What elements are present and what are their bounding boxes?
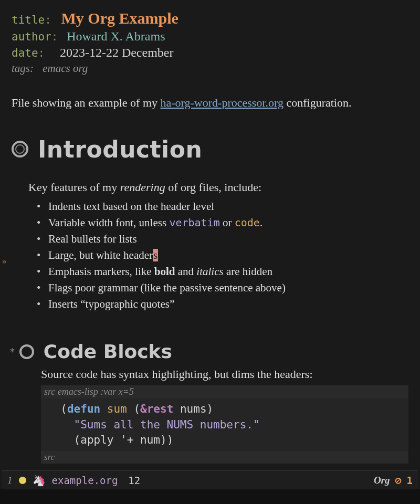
line-number: 12 [128,475,140,486]
tags-line: tags: emacs org [12,62,408,75]
code-text: code [235,216,260,229]
list-item: Flags poor grammar (like the passive sen… [37,280,408,296]
code-blocks-body: Source code has syntax highlighting, but… [41,368,408,464]
date-value: 2023-12-22 December [60,46,174,59]
features-intro: Key features of my rendering of org file… [28,181,408,194]
tags-keyword: tags: [12,62,34,75]
editor-buffer[interactable]: title: My Org Example author: Howard X. … [0,0,420,467]
author-value: Howard X. Abrams [67,29,165,43]
title-line: title: My Org Example [12,9,408,27]
colon: : [45,14,51,26]
heading-2-text: Code Blocks [44,341,172,362]
heading-bullet-icon [19,344,34,359]
heading-star: * [9,346,15,357]
buffer-modified-icon [19,477,26,484]
modeline-left: 1 🦄 example.org 12 [7,474,374,487]
list-item: Variable width font, unless verbatim or … [37,215,408,231]
colon: : [38,47,45,59]
introduction-body: Key features of my rendering of org file… [28,181,408,313]
heading-code-blocks[interactable]: * Code Blocks [9,341,408,362]
date-keyword: date [12,47,38,59]
modeline-right: Org ⊘1 [374,474,413,487]
list-item: Real bullets for lists [37,231,408,247]
heading-introduction[interactable]: Introduction [12,136,408,163]
source-code-block[interactable]: (defun sum (&rest nums) "Sums all the NU… [41,398,408,451]
list-item: Emphasis markers, like bold and italics … [37,264,408,280]
verbatim-text: verbatim [169,216,219,229]
src-begin-line: src emacs-lisp :var x=5 [41,385,408,398]
unicorn-icon: 🦄 [33,474,46,487]
modeline[interactable]: 1 🦄 example.org 12 Org ⊘1 [2,470,418,489]
intro-prefix: File showing an example of my [12,96,161,109]
warning-icon[interactable]: ⊘ [395,474,402,487]
list-item: Indents text based on the header level [37,198,408,215]
list-item: Large, but white headers [37,247,408,264]
src-end-line: src [41,451,408,464]
window-number: 1 [7,475,13,486]
colon: : [51,30,58,43]
fringe-indicator-icon: » [2,257,6,266]
list-item: Inserts “typographic quotes” [37,296,408,312]
features-list: Indents text based on the header level V… [37,198,408,313]
tags-value: emacs org [43,62,88,75]
author-line: author: Howard X. Abrams [12,29,408,44]
intro-paragraph: File showing an example of my ha-org-wor… [12,95,408,111]
author-keyword: author [12,30,51,43]
minibuffer[interactable] [0,489,420,504]
title-value: My Org Example [61,9,178,27]
code-description: Source code has syntax highlighting, but… [41,368,408,381]
major-mode[interactable]: Org [374,475,390,486]
title-keyword: title [12,14,45,26]
buffer-name[interactable]: example.org [52,475,118,486]
date-line: date: 2023-12-22 December [12,46,408,60]
text-cursor: s [153,249,158,261]
intro-suffix: configuration. [284,96,352,109]
config-link[interactable]: ha-org-word-processor.org [161,96,284,109]
warning-count: 1 [407,475,413,486]
heading-1-text: Introduction [38,136,202,163]
heading-bullet-icon [12,141,28,158]
